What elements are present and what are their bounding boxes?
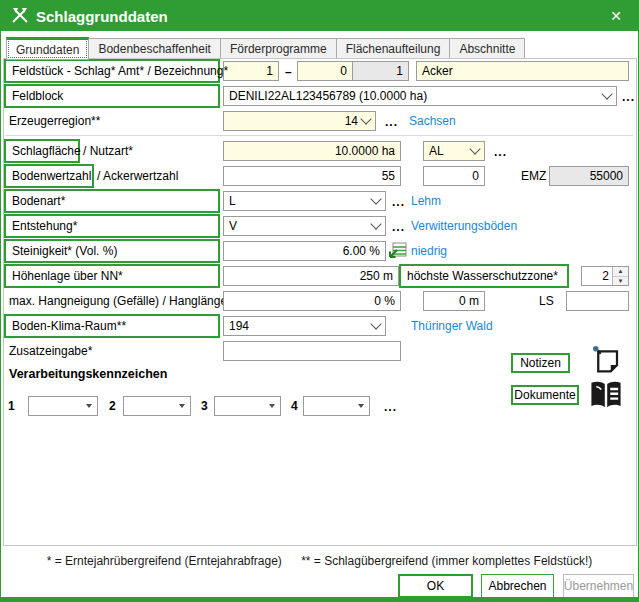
bodenwertzahl-input[interactable]: 55 [223,166,401,186]
amt-readonly-field: 1 [352,61,409,81]
label-nutzart: / Nutzart* [75,139,133,163]
erzeugerregion-dropdown[interactable]: 14 [223,111,376,131]
label-steinigkeit: Steinigkeit* (Vol. %) [4,239,220,263]
chevron-down-icon [370,318,381,329]
hangneigung-input[interactable]: 0 % [223,291,401,311]
dash-separator: – [285,65,292,79]
hoehenlage-input[interactable]: 250 m [223,266,399,286]
tab-flaechenaufteilung[interactable]: Flächenaufteilung [337,38,451,59]
steinigkeit-input[interactable]: 6.00 % [223,241,386,261]
label-zusatzeingabe: Zusatzeingabe* [1,339,92,363]
stepper-down-icon[interactable]: ▼ [613,277,628,286]
erzeugerregion-value: 14 [229,114,358,128]
label-entstehung: Entstehung* [4,214,220,238]
chevron-down-icon [601,88,612,99]
nutzart-more-button[interactable]: ... [494,145,507,159]
tab-abschnitte[interactable]: Abschnitte [450,38,525,59]
title-bar: Schlaggrunddaten ✕ [1,1,638,31]
label-hoehenlage: Höhenlage über NN* [4,264,220,288]
kennzeichen-index-3: 3 [201,399,208,413]
tab-strip: Grunddaten Bodenbeschaffenheit Förderpro… [6,37,525,59]
entstehung-more-button[interactable]: ... [392,220,405,234]
tab-grunddaten[interactable]: Grunddaten [6,37,89,60]
chevron-down-icon [179,404,185,408]
erzeugerregion-more-button[interactable]: ... [385,115,398,129]
wasserschutzzone-stepper[interactable]: 2 ▲ ▼ [581,266,629,286]
chevron-down-icon [86,404,92,408]
label-ls: LS [531,289,554,313]
tab-foerderprogramme[interactable]: Förderprogramme [221,38,337,59]
nutzart-dropdown[interactable]: AL [423,141,485,161]
kennzeichen-index-4: 4 [291,399,298,413]
ls-input[interactable] [566,291,629,311]
lookup-table-icon[interactable] [389,241,407,262]
stepper-up-icon[interactable]: ▲ [613,267,628,277]
schlagflaeche-input[interactable]: 10.0000 ha [223,141,401,161]
kennzeichen-index-2: 2 [109,399,116,413]
close-icon[interactable]: ✕ [604,1,628,31]
feldblock-dropdown[interactable]: DENILI22AL123456789 (10.0000 ha) [223,86,617,106]
kennzeichen-dropdown-1[interactable] [28,396,98,416]
apply-button: Übernehmen [563,574,634,598]
kennzeichen-dropdown-2[interactable] [123,396,191,416]
entstehung-dropdown[interactable]: V [223,216,386,236]
dokumente-button[interactable]: Dokumente [511,385,579,405]
label-erzeugerregion: Erzeugerregion** [1,109,100,133]
footnote-part2: ** = Schlagübergreifend (immer komplette… [301,554,592,568]
steinigkeit-info: niedrig [411,244,447,258]
chevron-down-icon [360,113,371,124]
feldblock-more-button[interactable]: ... [622,90,635,104]
bodenklimaraum-value: 194 [229,319,372,333]
entstehung-value: V [229,219,372,233]
note-page-icon[interactable] [592,345,622,378]
bodenart-info: Lehm [411,194,441,208]
kennzeichen-dropdown-4[interactable] [303,396,370,416]
ok-button[interactable]: OK [398,574,473,598]
label-schlagflaeche: Schlagfläche [4,139,80,163]
footnote-part1: * = Erntejahrübergreifend (Erntejahrabfr… [47,554,282,568]
label-bodenart: Bodenart* [4,189,220,213]
nutzart-value: AL [429,144,471,158]
label-hangneigung: max. Hangneigung (Gefälle) / Hanglänge* [1,289,232,313]
schlag-input[interactable]: 1 [223,61,279,81]
stepper-buttons: ▲ ▼ [612,267,628,285]
verarbeitungskennzeichen-heading: Verarbeitungskennzeichen [9,367,167,381]
emz-readonly-field: 55000 [549,166,629,186]
kennzeichen-index-1: 1 [8,399,15,413]
zusatzeingabe-input[interactable] [223,341,401,361]
cancel-button[interactable]: Abbrechen [481,574,554,598]
footnote: * = Erntejahrübergreifend (Erntejahrabfr… [1,554,638,568]
chevron-down-icon [269,404,275,408]
ackerwertzahl-input[interactable]: 0 [423,166,485,186]
tab-bodenbeschaffenheit[interactable]: Bodenbeschaffenheit [89,38,221,59]
chevron-down-icon [370,193,381,204]
dialog-schlaggrunddaten: Schlaggrunddaten ✕ Grunddaten Bodenbesch… [0,0,639,602]
open-book-icon[interactable] [589,380,623,413]
bodenart-more-button[interactable]: ... [392,195,405,209]
chevron-down-icon [358,404,364,408]
bodenklimaraum-dropdown[interactable]: 194 [223,316,386,336]
label-feldstueck: Feldstück - Schlag* Amt* / Bezeichnung* [4,59,220,83]
kennzeichen-dropdown-3[interactable] [214,396,281,416]
chevron-down-icon [469,143,480,154]
bodenart-value: L [229,194,372,208]
amt-input[interactable]: 0 [297,61,353,81]
label-emz: EMZ [513,164,546,188]
notizen-button[interactable]: Notizen [511,353,570,373]
wasserschutzzone-value: 2 [582,267,612,285]
crossed-tools-icon [11,8,29,24]
window-bottom-border [1,597,638,601]
entstehung-info: Verwitterungsböden [411,219,517,233]
bezeichnung-input[interactable]: Acker [416,61,629,81]
bodenklimaraum-info: Thüringer Wald [411,319,493,333]
bodenart-dropdown[interactable]: L [223,191,386,211]
label-bodenwertzahl: Bodenwertzahl [4,164,94,188]
section-divider [5,135,633,136]
label-bodenklimaraum: Boden-Klima-Raum** [4,314,220,338]
kennzeichen-more-button[interactable]: ... [384,400,397,414]
label-ackerwertzahl: / Ackerwertzahl [89,164,178,188]
hanglaenge-input[interactable]: 0 m [423,291,485,311]
label-feldblock: Feldblock [4,84,220,108]
feldblock-value: DENILI22AL123456789 (10.0000 ha) [229,89,603,103]
erzeugerregion-info: Sachsen [409,114,456,128]
